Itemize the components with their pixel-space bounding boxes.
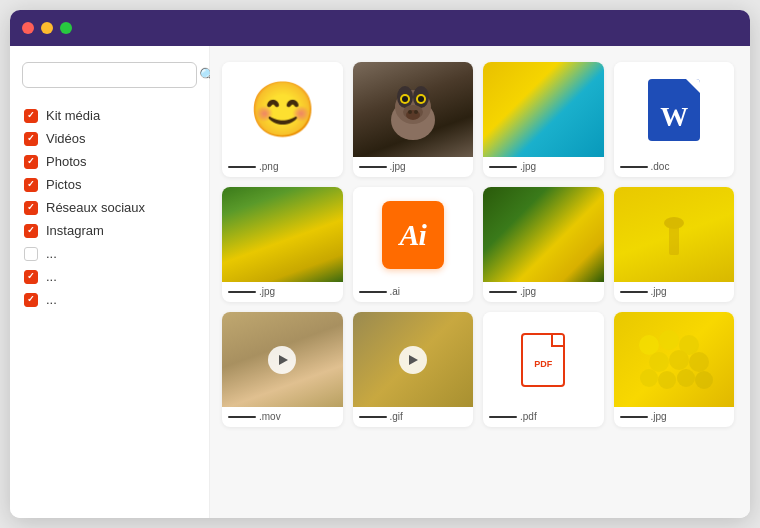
- svg-point-6: [402, 96, 408, 102]
- tile-filename-sand: .mov: [222, 407, 343, 427]
- file-ext: .pdf: [520, 411, 537, 422]
- tile-pug-jpg[interactable]: .jpg: [353, 62, 474, 177]
- tile-preview-emoji: 😊: [222, 62, 343, 157]
- svg-point-20: [640, 369, 658, 387]
- file-ext: .png: [259, 161, 278, 172]
- tile-filename-ducks: .gif: [353, 407, 474, 427]
- file-ext: .mov: [259, 411, 281, 422]
- sidebar-item-videos[interactable]: Vidéos: [22, 127, 197, 150]
- file-ext: .jpg: [390, 161, 406, 172]
- grid-container: 😊 .png: [222, 62, 734, 427]
- sidebar-item-reseaux[interactable]: Réseaux sociaux: [22, 196, 197, 219]
- checkbox-item9[interactable]: [24, 293, 38, 307]
- tile-filename-emoji: .png: [222, 157, 343, 177]
- file-ext: .gif: [390, 411, 403, 422]
- tile-preview-sand: [222, 312, 343, 407]
- sidebar-item-pictos[interactable]: Pictos: [22, 173, 197, 196]
- tile-emoji-png[interactable]: 😊 .png: [222, 62, 343, 177]
- filename-line: [228, 166, 256, 168]
- checkbox-reseaux[interactable]: [24, 201, 38, 215]
- sidebar-item-kit-media[interactable]: Kit média: [22, 104, 197, 127]
- svg-point-18: [669, 350, 689, 370]
- checkbox-pictos[interactable]: [24, 178, 38, 192]
- svg-point-13: [664, 217, 684, 229]
- tile-pdf-file[interactable]: PDF .pdf: [483, 312, 604, 427]
- filename-line: [620, 291, 648, 293]
- vase-svg: [659, 205, 689, 265]
- sidebar-item-item9[interactable]: ...: [22, 288, 197, 311]
- tile-filename-lemon: .jpg: [483, 282, 604, 302]
- tile-ducks-gif[interactable]: .gif: [353, 312, 474, 427]
- tile-preview-field: [222, 187, 343, 282]
- file-ext: .jpg: [520, 161, 536, 172]
- tile-word-doc[interactable]: W .doc: [614, 62, 735, 177]
- tile-ai-file[interactable]: Ai .ai: [353, 187, 474, 302]
- svg-point-23: [695, 371, 713, 389]
- tile-filename-word: .doc: [614, 157, 735, 177]
- play-icon: [399, 346, 427, 374]
- search-bar[interactable]: 🔍: [22, 62, 197, 88]
- tile-preview-lemon: [483, 187, 604, 282]
- checkbox-videos[interactable]: [24, 132, 38, 146]
- tile-preview-cat: [483, 62, 604, 157]
- file-ext: .jpg: [259, 286, 275, 297]
- filename-line: [228, 416, 256, 418]
- search-input[interactable]: [31, 68, 199, 83]
- tile-preview-ai: Ai: [353, 187, 474, 282]
- filename-line: [359, 166, 387, 168]
- tile-preview-word: W: [614, 62, 735, 157]
- checkbox-item7[interactable]: [24, 247, 38, 261]
- svg-point-22: [677, 369, 695, 387]
- minimize-button[interactable]: [41, 22, 53, 34]
- app-window: 🔍 Kit média Vidéos Photos Pictos Réseaux…: [10, 10, 750, 518]
- tile-preview-spheres: [614, 312, 735, 407]
- tile-yellow-jpg[interactable]: .jpg: [614, 187, 735, 302]
- sidebar-item-item8[interactable]: ...: [22, 265, 197, 288]
- tile-spheres-jpg[interactable]: .jpg: [614, 312, 735, 427]
- filename-line: [620, 166, 648, 168]
- sidebar-label-videos: Vidéos: [46, 131, 86, 146]
- maximize-button[interactable]: [60, 22, 72, 34]
- checkbox-photos[interactable]: [24, 155, 38, 169]
- sidebar-item-instagram[interactable]: Instagram: [22, 219, 197, 242]
- pdf-label: PDF: [534, 359, 552, 369]
- checkbox-item8[interactable]: [24, 270, 38, 284]
- svg-point-10: [408, 110, 412, 114]
- sidebar-label-reseaux: Réseaux sociaux: [46, 200, 145, 215]
- sidebar-item-photos[interactable]: Photos: [22, 150, 197, 173]
- svg-point-14: [639, 335, 659, 355]
- file-grid: 😊 .png: [210, 46, 750, 518]
- titlebar: [10, 10, 750, 46]
- play-icon: [268, 346, 296, 374]
- tile-field-jpg[interactable]: .jpg: [222, 187, 343, 302]
- tile-cat-jpg[interactable]: .jpg: [483, 62, 604, 177]
- tile-filename-pdf: .pdf: [483, 407, 604, 427]
- svg-point-19: [689, 352, 709, 372]
- file-ext: .jpg: [520, 286, 536, 297]
- svg-point-11: [414, 110, 418, 114]
- sidebar-label-photos: Photos: [46, 154, 86, 169]
- svg-rect-12: [669, 225, 679, 255]
- tile-preview-pug: [353, 62, 474, 157]
- svg-point-15: [659, 330, 679, 350]
- checkbox-kit-media[interactable]: [24, 109, 38, 123]
- emoji-icon: 😊: [249, 78, 316, 141]
- file-ext: .ai: [390, 286, 401, 297]
- svg-point-17: [649, 352, 669, 372]
- tile-filename-ai: .ai: [353, 282, 474, 302]
- filename-line: [489, 416, 517, 418]
- close-button[interactable]: [22, 22, 34, 34]
- tile-preview-yellow-vase: [614, 187, 735, 282]
- tile-preview-ducks: [353, 312, 474, 407]
- sidebar: 🔍 Kit média Vidéos Photos Pictos Réseaux…: [10, 46, 210, 518]
- checkbox-instagram[interactable]: [24, 224, 38, 238]
- filename-line: [489, 166, 517, 168]
- tile-lemon-jpg[interactable]: .jpg: [483, 187, 604, 302]
- filename-line: [489, 291, 517, 293]
- tile-sand-mov[interactable]: .mov: [222, 312, 343, 427]
- filename-line: [359, 291, 387, 293]
- sidebar-label-item9: ...: [46, 292, 57, 307]
- sidebar-item-item7[interactable]: ...: [22, 242, 197, 265]
- sidebar-label-item7: ...: [46, 246, 57, 261]
- main-content: 🔍 Kit média Vidéos Photos Pictos Réseaux…: [10, 46, 750, 518]
